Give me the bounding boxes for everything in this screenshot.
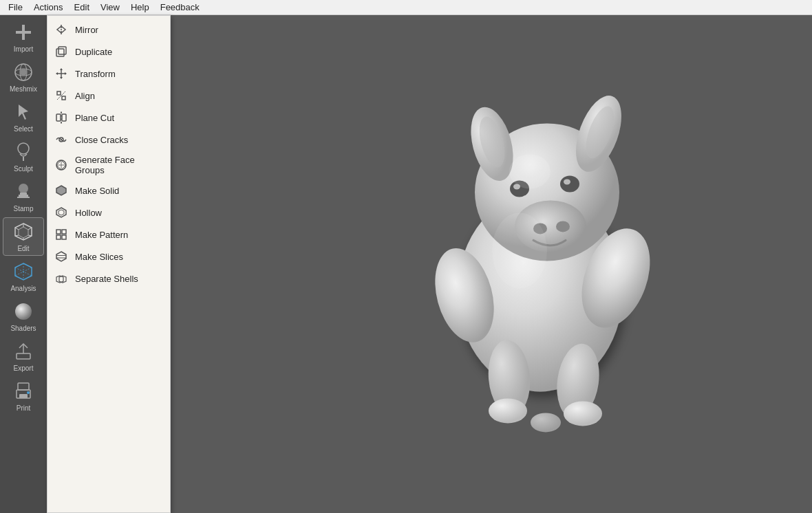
svg-point-9 (19, 184, 28, 193)
svg-point-25 (15, 303, 32, 320)
hollow-label: Hollow (75, 208, 102, 218)
sidebar-btn-select[interactable]: Select (3, 98, 44, 136)
svg-point-31 (27, 391, 30, 394)
menu-item-separate-shells[interactable]: Separate Shells (47, 268, 170, 290)
select-icon (12, 101, 34, 123)
svg-point-89 (509, 154, 551, 188)
svg-marker-38 (60, 77, 63, 79)
sidebar: Import Meshmix Select (0, 15, 47, 513)
align-label: Align (75, 91, 95, 101)
menu-actions[interactable]: Actions (28, 1, 69, 14)
sidebar-btn-shaders[interactable]: Shaders (3, 297, 44, 336)
sidebar-btn-import[interactable]: Import (3, 18, 44, 56)
svg-marker-57 (56, 208, 66, 217)
face-groups-label: Generate Face Groups (75, 155, 163, 175)
hollow-icon (54, 206, 68, 219)
transform-icon (54, 67, 68, 80)
edit-label: Edit (17, 245, 29, 252)
make-slices-label: Make Slices (75, 252, 123, 262)
print-icon (12, 380, 34, 402)
svg-marker-39 (56, 72, 58, 75)
menu-item-make-pattern[interactable]: Make Pattern (47, 223, 170, 245)
duplicate-icon (54, 45, 68, 58)
menu-item-generate-face-groups[interactable]: Generate Face Groups (47, 151, 170, 179)
menubar: File Actions Edit View Help Feedback (0, 0, 812, 15)
svg-point-5 (20, 69, 27, 76)
pig-model (413, 92, 674, 450)
svg-point-87 (531, 413, 561, 432)
sidebar-btn-sculpt[interactable]: Sculpt (3, 138, 44, 176)
make-pattern-label: Make Pattern (75, 230, 128, 240)
shaders-icon (12, 301, 34, 323)
meshmix-icon (12, 61, 34, 83)
stamp-icon (12, 181, 34, 203)
svg-rect-10 (20, 193, 27, 195)
meshmix-label: Meshmix (10, 85, 37, 93)
svg-point-78 (556, 221, 570, 232)
analysis-label: Analysis (10, 285, 36, 292)
menu-edit[interactable]: Edit (69, 1, 95, 14)
svg-rect-61 (56, 235, 61, 239)
sculpt-icon (12, 141, 34, 163)
menu-item-align[interactable]: Align (47, 85, 170, 107)
viewport[interactable] (171, 15, 812, 513)
menu-item-plane-cut[interactable]: Plane Cut (47, 107, 170, 129)
make-solid-label: Make Solid (75, 186, 119, 196)
import-label: Import (14, 45, 33, 53)
sidebar-btn-print[interactable]: Print (3, 377, 44, 415)
make-solid-icon (54, 184, 68, 197)
stamp-label: Stamp (14, 205, 34, 212)
dropdown-menu: Mirror Duplicate (47, 15, 171, 513)
svg-marker-63 (56, 252, 66, 261)
shaders-label: Shaders (10, 325, 36, 332)
menu-item-duplicate[interactable]: Duplicate (47, 41, 170, 63)
menu-item-mirror[interactable]: Mirror (47, 19, 170, 41)
make-pattern-icon (54, 228, 68, 241)
sidebar-btn-meshmix[interactable]: Meshmix (3, 58, 44, 96)
menu-item-make-slices[interactable]: Make Slices (47, 245, 170, 268)
sidebar-btn-stamp[interactable]: Stamp (3, 177, 44, 216)
svg-line-43 (57, 91, 65, 100)
sculpt-label: Sculpt (14, 165, 33, 173)
sidebar-btn-analysis[interactable]: Analysis (3, 257, 44, 296)
svg-rect-59 (56, 230, 61, 234)
menu-item-hollow[interactable]: Hollow (47, 201, 170, 223)
transform-label: Transform (75, 69, 116, 79)
svg-rect-42 (62, 96, 65, 100)
duplicate-label: Duplicate (75, 47, 112, 57)
menu-feedback[interactable]: Feedback (155, 1, 205, 14)
make-slices-icon (54, 250, 68, 263)
svg-marker-40 (65, 72, 67, 75)
sidebar-btn-export[interactable]: Export (3, 337, 44, 375)
select-label: Select (14, 125, 33, 133)
svg-point-84 (489, 398, 527, 423)
main-layout: Import Meshmix Select (0, 15, 812, 513)
close-cracks-icon (54, 133, 68, 146)
svg-rect-34 (58, 47, 66, 54)
menu-view[interactable]: View (95, 1, 125, 14)
menu-help[interactable]: Help (125, 1, 155, 14)
export-icon (12, 340, 34, 362)
print-label: Print (17, 404, 31, 412)
svg-rect-44 (56, 114, 61, 121)
svg-marker-6 (19, 105, 28, 120)
menu-item-make-solid[interactable]: Make Solid (47, 179, 170, 201)
svg-rect-41 (57, 91, 61, 95)
separate-shells-label: Separate Shells (75, 274, 138, 284)
sidebar-btn-edit[interactable]: Edit (3, 217, 44, 256)
mirror-label: Mirror (75, 25, 98, 35)
face-groups-icon (54, 158, 68, 172)
svg-rect-62 (62, 235, 66, 239)
svg-rect-1 (16, 31, 31, 34)
edit-icon (12, 221, 34, 243)
menu-item-close-cracks[interactable]: Close Cracks (47, 129, 170, 151)
close-cracks-label: Close Cracks (75, 135, 128, 145)
svg-point-82 (564, 179, 570, 184)
svg-rect-60 (62, 230, 66, 234)
menu-item-transform[interactable]: Transform (47, 63, 170, 85)
svg-point-7 (18, 143, 29, 154)
svg-rect-30 (19, 394, 28, 398)
svg-marker-14 (19, 227, 28, 238)
menu-file[interactable]: File (3, 1, 28, 14)
svg-marker-58 (58, 210, 64, 215)
